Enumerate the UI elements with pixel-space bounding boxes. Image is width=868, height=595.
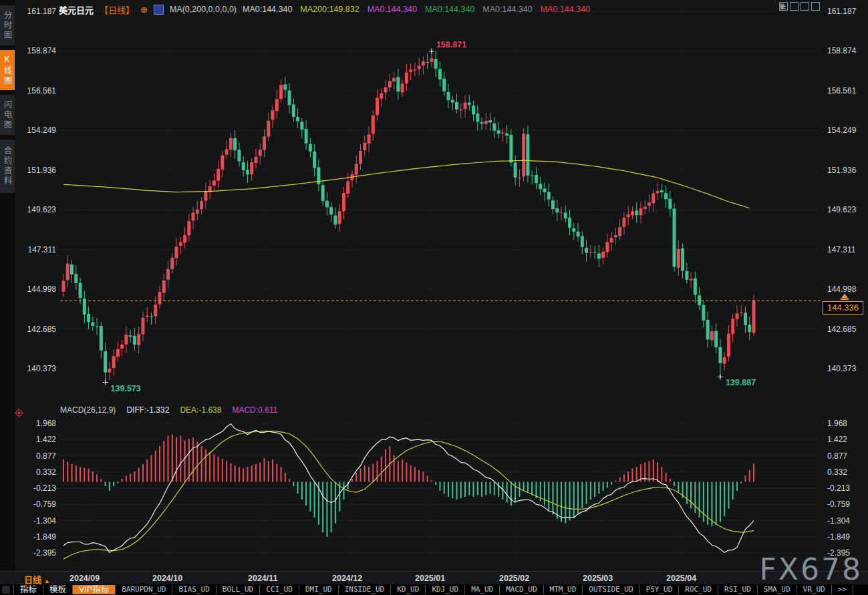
price-axis-label: 149.623 (827, 205, 857, 214)
low-annotation: 139.573 (111, 384, 141, 393)
ma-value: MA0:144.340 (541, 5, 590, 14)
dea-line (63, 431, 754, 560)
price-axis-label: 144.998 (827, 284, 857, 294)
indicator-button-vr_ud[interactable]: VR_UD (797, 585, 831, 594)
macd-axis-label: -0.213 (33, 483, 56, 493)
price-axis-label: 154.249 (27, 126, 57, 135)
ma200-line (63, 160, 750, 208)
ma-settings-label[interactable]: MA(0,200,0,0,0,0) (170, 5, 237, 14)
indicator-button-outside_ud[interactable]: OUTSIDE_UD (582, 585, 639, 594)
period-tag[interactable]: 【日线】 (100, 3, 134, 16)
macd-axis-label: 1.968 (827, 419, 847, 428)
resize-handle[interactable] (2, 586, 10, 594)
macd-chart[interactable]: 1.9681.9681.4221.4220.8770.8770.3320.332… (0, 401, 868, 571)
indicator-button-mtm_ud[interactable]: MTM_UD (543, 585, 583, 594)
indicator-button-sma_ud[interactable]: SMA_UD (757, 585, 797, 594)
ma-value: MA0:144.340 (368, 5, 417, 14)
macd-axis-label: -1.849 (33, 532, 56, 542)
ma-value: MA0:144.340 (482, 5, 532, 14)
macd-axis-label: 0.877 (36, 451, 56, 461)
price-axis-label: 144.998 (27, 284, 57, 294)
price-axis-label: 140.373 (827, 364, 857, 373)
price-axis-label: 149.623 (27, 205, 57, 214)
price-axis-label: 158.874 (27, 46, 57, 55)
indicator-button-roc_ud[interactable]: ROC_UD (678, 585, 718, 594)
ma-readouts: MA0:144.340MA200:149.832MA0:144.340MA0:1… (243, 5, 590, 14)
high-annotation: 158.871 (436, 40, 466, 49)
indicator-button-kd_ud[interactable]: KD_UD (390, 585, 425, 594)
month-label: 2025/04 (666, 574, 696, 583)
macd-axis-label: -1.304 (827, 516, 850, 526)
indicator-button-dmi_ud[interactable]: DMI_UD (299, 585, 338, 594)
month-label: 2024/09 (69, 574, 100, 583)
price-marker-icon (841, 294, 849, 300)
zoom-vertical-icon[interactable] (790, 2, 799, 11)
macd-header: MACD(26,12,9) DIFF:-1.332 DEA:-1.638 MAC… (60, 405, 277, 415)
macd-diff-value: DIFF:-1.332 (126, 405, 169, 415)
macd-macd-value: MACD:0.611 (232, 405, 277, 415)
last-price-tag: 144.336 (823, 301, 863, 315)
macd-params-label: MACD(26,12,9) (60, 405, 116, 415)
price-axis-label: 154.249 (827, 126, 857, 135)
price-axis-label: 142.685 (27, 325, 57, 334)
zoom-horizontal-icon[interactable] (801, 2, 809, 11)
add-compare-icon[interactable]: ⊕ (140, 5, 148, 15)
line-chart-icon[interactable] (154, 5, 164, 15)
month-label: 2024/11 (248, 574, 278, 583)
macd-axis-label: 0.877 (827, 451, 847, 461)
indicator-toolbar: 指标模板VIP指标BARUPDN_UDBIAS_UDBOLL_UDCCI_UDD… (0, 584, 868, 595)
ma-value: MA200:149.832 (300, 5, 359, 14)
sidebar-tab-4[interactable]: 合约资料 (0, 140, 15, 193)
brand-watermark: FX678 (760, 552, 863, 586)
chart-application: 分时图K线图闪电图合约资料 美元日元 【日线】 ⊕ MA(0,200,0,0,0… (0, 0, 868, 595)
macd-axis-label: 0.332 (827, 467, 847, 477)
price-axis-label: 151.936 (827, 166, 857, 175)
price-axis-label: 142.685 (827, 325, 857, 334)
indicator-button-ma_ud[interactable]: MA_UD (464, 585, 499, 594)
toolbar-more-button[interactable]: >> (831, 585, 853, 594)
price-axis-label: 140.373 (27, 364, 57, 373)
sidebar-tab-2[interactable]: K线图 (0, 50, 15, 90)
macd-axis-label: -2.395 (33, 548, 56, 558)
month-label: 2025/02 (499, 574, 529, 583)
price-axis-label: 147.311 (28, 245, 57, 254)
sidebar-tab-1[interactable]: 分时图 (0, 5, 15, 45)
indicator-button-bias_ud[interactable]: BIAS_UD (172, 585, 215, 594)
macd-axis-label: -0.213 (827, 483, 850, 493)
macd-axis-label: 0.332 (36, 467, 56, 477)
indicator-button-psy_ud[interactable]: PSY_UD (639, 585, 679, 594)
price-axis-label: 151.936 (27, 166, 57, 175)
macd-axis-label: -0.759 (33, 500, 56, 509)
toolbar-tab-vip-indicators[interactable]: VIP指标 (72, 585, 115, 594)
price-axis-label: 156.561 (27, 86, 57, 95)
indicator-button-inside_ud[interactable]: INSIDE_UD (338, 585, 391, 594)
indicator-button-kdj_ud[interactable]: KDJ_UD (425, 585, 464, 594)
candlestick-chart[interactable]: 161.187161.187158.874158.874156.561156.5… (0, 0, 868, 401)
ma-value: MA0:144.340 (425, 5, 474, 14)
macd-axis-label: 1.422 (36, 435, 56, 444)
macd-axis-label: 1.422 (827, 435, 847, 444)
toolbar-tab-indicators[interactable]: 指标 (13, 585, 43, 594)
macd-axis-label: -0.759 (827, 500, 850, 509)
price-axis-label: 156.561 (827, 86, 857, 95)
macd-axis-label: 1.968 (36, 419, 56, 428)
month-label: 2025/01 (415, 574, 445, 583)
macd-axis-label: -1.849 (827, 532, 850, 542)
indicator-button-barupdn_ud[interactable]: BARUPDN_UD (115, 585, 172, 594)
price-axis-label: 161.187 (827, 7, 857, 16)
indicator-button-cci_ud[interactable]: CCI_UD (259, 585, 299, 594)
month-label: 2024/10 (152, 574, 182, 583)
pan-right-icon[interactable] (811, 2, 820, 11)
indicator-button-boll_ud[interactable]: BOLL_UD (216, 585, 259, 594)
chart-topbar: 美元日元 【日线】 ⊕ MA(0,200,0,0,0,0) MA0:144.34… (59, 2, 590, 17)
toolbar-tab-templates[interactable]: 模板 (43, 585, 72, 594)
indicator-button-macd_ud[interactable]: MACD_UD (499, 585, 543, 594)
month-label: 2025/03 (583, 574, 613, 583)
price-axis-label: 147.311 (827, 245, 856, 254)
indicator-button-rsi_ud[interactable]: RSI_UD (718, 585, 757, 594)
time-axis-bar: 日线 ▲ 2024/092024/102024/112024/122025/01… (0, 571, 868, 585)
left-sidebar: 分时图K线图闪电图合约资料 (0, 0, 15, 571)
sidebar-tab-3[interactable]: 闪电图 (0, 95, 15, 135)
ma-value: MA0:144.340 (243, 5, 292, 14)
chart-window-buttons (779, 2, 820, 11)
